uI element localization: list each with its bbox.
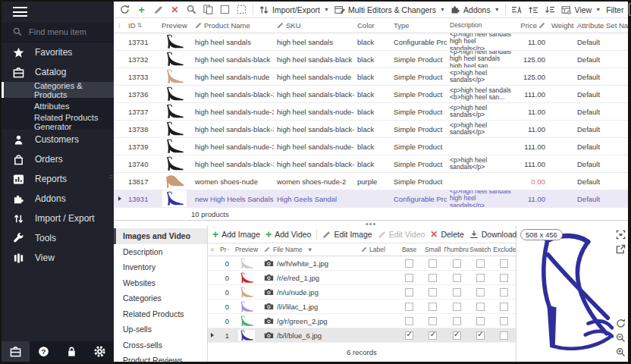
image-row-selected[interactable]: 1 /b/l/blue_6.jpg — [208, 328, 516, 343]
image-row[interactable]: 0 /g/r/green_2.jpg — [208, 314, 516, 328]
edit-video-button[interactable]: Edit Video — [378, 230, 425, 239]
column-header-type[interactable]: Type — [391, 18, 447, 33]
exclude-checkbox[interactable] — [500, 259, 508, 268]
column-header-color[interactable]: Color — [354, 18, 391, 33]
thumbnail-checkbox[interactable] — [453, 288, 461, 297]
add-video-button[interactable]: +Add Video — [265, 229, 311, 240]
column-header-attribute-set[interactable]: Attribute Set Name — [574, 18, 628, 33]
base-checkbox[interactable] — [405, 317, 413, 325]
fit-to-window-button[interactable] — [615, 229, 626, 240]
sidebar-item-attributes[interactable]: Attributes — [2, 98, 114, 114]
column-header-preview[interactable]: Preview — [157, 18, 192, 33]
zoom-out-icon[interactable] — [615, 332, 626, 343]
sidebar-item-related-products-generator[interactable]: Related Products Generator — [2, 114, 114, 130]
image-row[interactable]: 0 /w/h/white_1.jpg — [208, 256, 516, 271]
column-header-label[interactable]: Label — [358, 243, 397, 256]
tab-websites[interactable]: Websites — [114, 275, 207, 291]
multi-editors-button[interactable]: Multi Editors & Changers▼ — [334, 5, 445, 15]
duplicate-button[interactable] — [202, 4, 214, 15]
column-header-base[interactable]: Base — [397, 243, 421, 256]
image-row[interactable]: 0 /r/e/red_1.jpg — [208, 271, 516, 285]
column-header-small[interactable]: Small — [421, 243, 444, 256]
row-menu-icon[interactable]: ≡ — [208, 243, 217, 256]
product-row[interactable]: 13737 high heel sandals-nude-36 high hee… — [114, 103, 628, 121]
delete-image-button[interactable]: ✕Delete — [430, 230, 463, 239]
small-checkbox[interactable] — [429, 288, 437, 297]
tab-description[interactable]: Description — [114, 244, 207, 260]
image-row[interactable]: 0 /l/i/lilac_1.jpg — [208, 300, 516, 314]
column-header-pr[interactable]: Pr — [217, 243, 232, 256]
open-external-button[interactable] — [615, 243, 626, 254]
uncheck-all-button[interactable] — [219, 4, 231, 15]
thumbnail-checkbox[interactable] — [453, 259, 461, 268]
store-button[interactable] — [2, 341, 30, 362]
sidebar-item-orders[interactable]: Orders — [2, 149, 114, 169]
sidebar-item-addons[interactable]: Addons — [2, 189, 114, 209]
swatch-checkbox[interactable] — [476, 288, 485, 297]
product-row[interactable]: 13732 high heel sandals-black high heel … — [114, 51, 628, 68]
small-checkbox[interactable] — [429, 259, 437, 268]
settings-button[interactable] — [86, 341, 114, 362]
column-header-description[interactable]: Description — [447, 18, 515, 33]
product-row[interactable]: 13739 high heel sandals-nude-37 high hee… — [114, 138, 628, 155]
small-checkbox[interactable] — [429, 317, 437, 325]
thumbnail-checkbox[interactable] — [453, 303, 461, 311]
sidebar-item-reports[interactable]: Reports — [2, 169, 114, 189]
sidebar-splitter[interactable]: : : — [109, 174, 115, 184]
search-products-button[interactable] — [186, 4, 197, 15]
sidebar-item-tools[interactable]: Tools — [2, 228, 114, 248]
swatch-checkbox[interactable] — [476, 331, 485, 340]
product-row[interactable]: 13733 high heel sandals-nude high heel s… — [114, 68, 628, 86]
base-checkbox[interactable] — [405, 288, 413, 297]
sort-options-button[interactable] — [511, 4, 523, 15]
zoom-in-icon[interactable] — [615, 347, 626, 357]
column-header-file-name[interactable]: File Name▼ — [261, 243, 358, 256]
addons-button[interactable]: Addons▼ — [450, 5, 500, 14]
product-row-selected[interactable]: 13931 new High Heels Sandals High Geels … — [114, 190, 628, 208]
swatch-checkbox[interactable] — [476, 259, 485, 268]
tab-related-products[interactable]: Related Products — [114, 306, 207, 322]
tab-product-reviews[interactable]: Product Reviews — [114, 353, 207, 364]
swatch-checkbox[interactable] — [476, 317, 485, 325]
menu-search-input[interactable] — [29, 27, 102, 36]
column-header-name[interactable]: Product Name — [192, 18, 274, 33]
column-header-sku[interactable]: SKU — [274, 18, 354, 33]
rotate-icon[interactable] — [615, 318, 626, 328]
import-export-button[interactable]: Import/Export▼ — [259, 5, 329, 15]
thumbnail-checkbox[interactable] — [453, 274, 461, 282]
thumbnail-checkbox[interactable] — [453, 317, 461, 325]
base-checkbox[interactable] — [405, 331, 413, 340]
small-checkbox[interactable] — [429, 331, 437, 340]
lock-button[interactable] — [58, 341, 86, 362]
column-header-price[interactable]: Price — [515, 18, 548, 33]
view-button[interactable]: View▼ — [561, 5, 601, 14]
product-row[interactable]: 13736 high heel sandals-black-36 high he… — [114, 86, 628, 103]
row-menu-icon[interactable]: ⁝ — [114, 18, 125, 33]
product-row[interactable]: 13740 high heel sandals-black-38 high he… — [114, 155, 628, 173]
small-checkbox[interactable] — [429, 303, 437, 311]
sidebar-item-view[interactable]: View — [2, 248, 114, 268]
exclude-checkbox[interactable] — [500, 303, 508, 311]
base-checkbox[interactable] — [405, 274, 413, 282]
thumbnail-checkbox[interactable] — [453, 331, 461, 340]
horizontal-splitter[interactable]: ••• — [114, 221, 628, 226]
sidebar-item-categories-products[interactable]: Categories & Products — [2, 82, 114, 98]
edit-image-button[interactable]: Edit Image — [322, 230, 372, 239]
tab-up-sells[interactable]: Up-sells — [114, 322, 207, 337]
exclude-checkbox[interactable] — [500, 317, 508, 325]
edit-product-button[interactable] — [152, 4, 164, 15]
invert-selection-button[interactable] — [236, 4, 247, 15]
sidebar-item-import-export[interactable]: Import / Export — [2, 209, 114, 228]
tab-categories[interactable]: Categories — [114, 290, 207, 306]
swatch-checkbox[interactable] — [476, 274, 485, 282]
refresh-button[interactable] — [119, 4, 130, 15]
image-row[interactable]: 0 /n/u/nude.jpg — [208, 285, 516, 300]
tab-cross-sells[interactable]: Cross-sells — [114, 337, 207, 353]
move-down-button[interactable] — [545, 4, 556, 15]
column-header-exclude[interactable]: Exclude — [492, 243, 516, 256]
tab-inventory[interactable]: Inventory — [114, 259, 207, 275]
help-button[interactable] — [30, 341, 58, 362]
base-checkbox[interactable] — [405, 303, 413, 311]
swatch-checkbox[interactable] — [476, 303, 485, 311]
sidebar-item-catalog[interactable]: Catalog — [2, 62, 114, 82]
